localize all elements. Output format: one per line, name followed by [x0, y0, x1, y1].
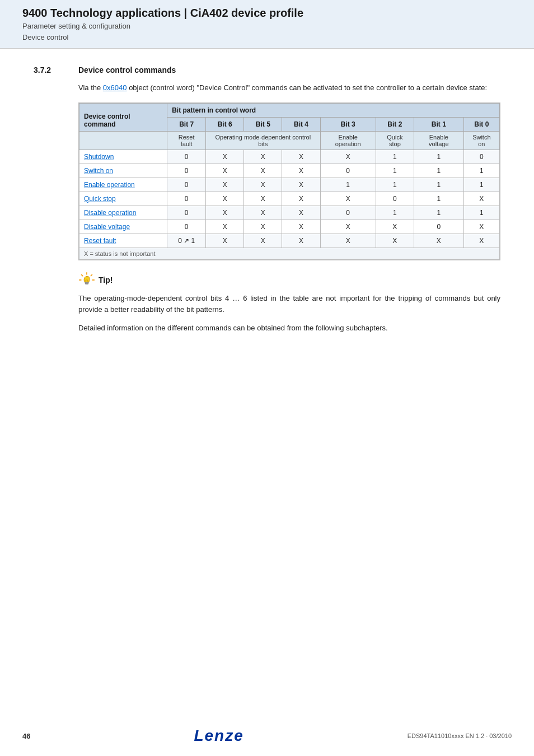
bit-cell: 0: [414, 220, 463, 234]
svg-line-3: [82, 274, 83, 276]
command-cell[interactable]: Quick stop: [79, 192, 167, 206]
intro-paragraph: Via the 0x6040 object (control word) "De…: [78, 82, 500, 94]
bit-cell: 0: [463, 150, 499, 164]
footer-page-number: 46: [22, 732, 30, 740]
sub-enable-op: Enable operation: [320, 131, 376, 150]
bit-cell: 1: [376, 206, 414, 220]
table-row: Quick stop0XXXX01X: [79, 192, 500, 206]
intro-text-before: Via the: [78, 83, 103, 92]
tip-paragraph1: The operating-mode-dependent control bit…: [78, 293, 500, 316]
bit-cell: X: [376, 220, 414, 234]
header-sub2: Device control: [22, 32, 512, 43]
table-header-row1: Device control command Bit pattern in co…: [79, 103, 500, 117]
bit-cell: X: [320, 150, 376, 164]
bit-cell: 1: [414, 150, 463, 164]
table-footnote-row: X = status is not important: [79, 248, 500, 259]
table-footnote: X = status is not important: [79, 248, 500, 259]
svg-rect-5: [85, 282, 89, 283]
link-0x6040[interactable]: 0x6040: [103, 83, 127, 92]
bit-cell: X: [463, 234, 499, 248]
bit-cell: X: [206, 220, 244, 234]
section-heading: 3.7.2 Device control commands: [34, 66, 500, 74]
col-bit0: Bit 0: [463, 117, 499, 131]
bit-cell: X: [244, 164, 282, 178]
bit-cell: 1: [463, 206, 499, 220]
bit-cell: 0: [167, 178, 206, 192]
svg-rect-6: [85, 283, 88, 284]
bit-cell: X: [282, 234, 320, 248]
bit-cell: X: [206, 164, 244, 178]
bit-cell: X: [282, 150, 320, 164]
command-cell[interactable]: Disable voltage: [79, 220, 167, 234]
table-row: Switch on0XXX0111: [79, 164, 500, 178]
bit-cell: X: [376, 234, 414, 248]
bit-cell: 0: [167, 164, 206, 178]
sub-op-mode: Operating mode-dependent control bits: [206, 131, 321, 150]
col-bit3: Bit 3: [320, 117, 376, 131]
bit-cell: X: [244, 220, 282, 234]
bit-cell: 1: [463, 178, 499, 192]
tip-paragraph2: Detailed information on the different co…: [78, 323, 500, 334]
header-sub1: Parameter setting & configuration: [22, 21, 512, 32]
footer-logo: Lenze: [194, 727, 243, 745]
sub-quick-stop: Quick stop: [376, 131, 414, 150]
bit-cell: 0: [376, 192, 414, 206]
bit-cell: 1: [414, 164, 463, 178]
bit-cell: X: [244, 234, 282, 248]
bit-cell: 0: [320, 164, 376, 178]
bit-pattern-header: Bit pattern in control word: [167, 103, 500, 117]
command-cell[interactable]: Disable operation: [79, 206, 167, 220]
bit-cell: X: [244, 178, 282, 192]
col-bit1: Bit 1: [414, 117, 463, 131]
section-number: 3.7.2: [34, 66, 78, 74]
bit-cell: X: [282, 164, 320, 178]
table-row: Enable operation0XXX1111: [79, 178, 500, 192]
page-header: 9400 Technology applications | CiA402 de…: [0, 0, 534, 49]
device-subcol: [79, 131, 167, 150]
sub-enable-voltage: Enable voltage: [414, 131, 463, 150]
sub-switch-on: Switch on: [463, 131, 499, 150]
col-bit4: Bit 4: [282, 117, 320, 131]
bit-cell: X: [206, 150, 244, 164]
command-cell[interactable]: Shutdown: [79, 150, 167, 164]
command-cell[interactable]: Switch on: [79, 164, 167, 178]
table-subheader-row: Reset fault Operating mode-dependent con…: [79, 131, 500, 150]
bit-cell: X: [320, 234, 376, 248]
tip-header: Tip!: [78, 272, 500, 288]
device-control-col-header: Device control command: [79, 103, 167, 131]
col-bit5: Bit 5: [244, 117, 282, 131]
bit-cell: X: [206, 234, 244, 248]
tip-box: Tip! The operating-mode-dependent contro…: [78, 272, 500, 334]
bit-cell: 0: [167, 150, 206, 164]
bit-cell: 1: [414, 192, 463, 206]
bit-cell: X: [320, 192, 376, 206]
main-content: 3.7.2 Device control commands Via the 0x…: [0, 49, 534, 363]
bit-cell: X: [244, 206, 282, 220]
bit-cell: X: [414, 234, 463, 248]
col-bit6: Bit 6: [206, 117, 244, 131]
command-cell[interactable]: Enable operation: [79, 178, 167, 192]
command-cell[interactable]: Reset fault: [79, 234, 167, 248]
bit-cell: X: [282, 206, 320, 220]
bit-cell: 0: [167, 192, 206, 206]
page-footer: 46 Lenze EDS94TA11010xxxx EN 1.2 · 03/20…: [0, 727, 534, 745]
intro-text-after: object (control word) "Device Control" c…: [127, 83, 488, 92]
table-row: Disable voltage0XXXXX0X: [79, 220, 500, 234]
tip-icon: [78, 272, 95, 288]
sub-reset-fault: Reset fault: [167, 131, 206, 150]
bit-cell: 1: [376, 164, 414, 178]
table-row: Shutdown0XXXX110: [79, 150, 500, 164]
bit-cell: X: [320, 220, 376, 234]
bit-cell: X: [463, 220, 499, 234]
section-title: Device control commands: [78, 66, 176, 74]
device-control-table: Device control command Bit pattern in co…: [78, 102, 500, 260]
table-row: Disable operation0XXX0111: [79, 206, 500, 220]
bit-cell: 1: [376, 150, 414, 164]
bit-cell: X: [244, 192, 282, 206]
bit-cell: 1: [463, 164, 499, 178]
bit-cell: 1: [320, 178, 376, 192]
bit-cell: 1: [414, 178, 463, 192]
bit-cell: 1: [376, 178, 414, 192]
bit-cell: 1: [414, 206, 463, 220]
bit-cell: 0: [167, 220, 206, 234]
